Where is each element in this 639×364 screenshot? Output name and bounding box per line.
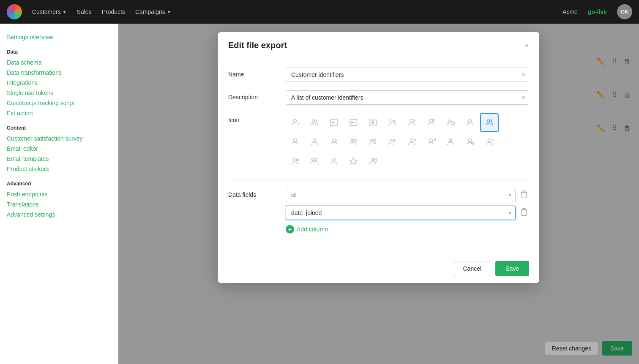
icon-cell-5[interactable] — [383, 113, 401, 132]
icon-cell-1[interactable] — [305, 113, 324, 132]
svg-point-26 — [371, 139, 373, 142]
sidebar-item-ext-action[interactable]: Ext action — [7, 108, 111, 118]
field1-clear-button[interactable]: × — [505, 190, 515, 200]
icon-cell-12[interactable] — [305, 133, 324, 151]
icon-cell-19[interactable] — [441, 133, 460, 151]
icon-cell-18[interactable]: ? — [422, 133, 440, 151]
nav-products[interactable]: Products — [102, 8, 125, 15]
sidebar-item-integrations[interactable]: Integrations — [7, 78, 111, 88]
data-field-row-2: × — [286, 206, 529, 220]
icon-cell-22[interactable] — [286, 152, 304, 171]
icon-cell-13[interactable] — [325, 133, 343, 151]
name-label: Name — [228, 68, 279, 78]
modal-close-button[interactable]: × — [524, 42, 529, 49]
icon-cell-8[interactable] — [441, 113, 460, 132]
nav-campaigns[interactable]: Campaigns ▼ — [135, 8, 171, 15]
main-content: ✏️ ⠿ 🗑 ✏️ ⠿ 🗑 ✏️ ⠿ 🗑 Reset changes — [118, 24, 639, 364]
svg-point-38 — [468, 139, 471, 142]
user-avatar[interactable]: CK — [617, 4, 632, 19]
name-form-row: Name × — [228, 68, 529, 82]
sidebar-item-email-templates[interactable]: Email templates — [7, 154, 111, 164]
sidebar-item-data-transformations[interactable]: Data transformations — [7, 68, 111, 78]
svg-point-8 — [371, 120, 374, 123]
sidebar-item-data-schema[interactable]: Data schema — [7, 57, 111, 68]
description-input[interactable] — [286, 91, 519, 104]
svg-point-10 — [393, 120, 396, 123]
description-clear-button[interactable]: × — [519, 92, 529, 103]
customers-chevron-icon: ▼ — [63, 10, 67, 14]
icon-cell-15[interactable] — [363, 133, 382, 151]
add-column-button[interactable]: + Add column — [286, 223, 328, 235]
description-form-row: Description × — [228, 90, 529, 105]
icon-cell-14[interactable] — [344, 133, 363, 151]
modal-header: Edit file export × — [218, 32, 539, 57]
acme-label: Acme — [563, 8, 578, 15]
icon-cell-6[interactable] — [402, 113, 421, 132]
name-clear-button[interactable]: × — [519, 70, 529, 80]
cancel-button[interactable]: Cancel — [454, 261, 490, 276]
icon-grid-wrap: ? — [286, 113, 529, 171]
field2-clear-button[interactable]: × — [505, 208, 515, 218]
icon-cell-25[interactable] — [344, 152, 363, 171]
sidebar-item-single-use-tokens[interactable]: Single use tokens — [7, 88, 111, 98]
icon-cell-16[interactable] — [383, 133, 401, 151]
app-logo — [7, 4, 22, 19]
icon-cell-0[interactable] — [286, 113, 304, 132]
icon-cell-11[interactable] — [286, 133, 304, 151]
icon-cell-24[interactable] — [325, 152, 343, 171]
modal-footer: Cancel Save — [218, 254, 539, 283]
sidebar-item-settings-overview[interactable]: Settings overview — [7, 32, 111, 42]
sidebar-item-advanced-settings[interactable]: Advanced settings — [7, 209, 111, 220]
field1-input[interactable] — [286, 188, 505, 202]
modal-title: Edit file export — [228, 41, 287, 50]
campaigns-chevron-icon: ▼ — [167, 10, 171, 14]
sidebar-item-product-stickers[interactable]: Product stickers — [7, 164, 111, 174]
golive-button[interactable]: go-live — [588, 8, 607, 15]
field2-input[interactable] — [286, 206, 505, 220]
svg-point-28 — [390, 139, 393, 142]
svg-point-4 — [332, 121, 333, 122]
icon-cell-20[interactable] — [461, 133, 479, 151]
nav-sales[interactable]: Sales — [77, 8, 92, 15]
sidebar-item-customer-satisfaction[interactable]: Customer satisfaction survey — [7, 133, 111, 144]
svg-rect-49 — [523, 191, 525, 192]
svg-point-6 — [351, 121, 353, 122]
sidebar-item-translations[interactable]: Translations — [7, 199, 111, 209]
svg-rect-15 — [451, 122, 454, 125]
field1-delete-button[interactable] — [519, 189, 529, 201]
svg-point-1 — [312, 120, 315, 122]
icon-cell-17[interactable] — [402, 133, 421, 151]
sidebar-item-email-editor[interactable]: Email editor — [7, 144, 111, 154]
svg-rect-50 — [523, 209, 525, 210]
icon-cell-21[interactable] — [480, 133, 499, 151]
icon-form-row: Icon — [228, 113, 529, 171]
icon-cell-3[interactable] — [344, 113, 363, 132]
name-input-wrap: × — [286, 68, 529, 82]
icon-cell-4[interactable] — [363, 113, 382, 132]
field2-delete-button[interactable] — [519, 206, 529, 219]
data-field-row-1: × — [286, 188, 529, 202]
edit-file-export-modal: Edit file export × Name × — [218, 32, 539, 283]
icon-cell-10[interactable] — [480, 113, 499, 132]
svg-point-23 — [332, 139, 335, 142]
icon-cell-2[interactable] — [325, 113, 343, 132]
svg-line-40 — [474, 144, 474, 144]
description-field-wrap: × — [286, 90, 529, 105]
icon-cell-7[interactable] — [422, 113, 440, 132]
icon-cell-23[interactable] — [305, 152, 324, 171]
data-fields-form-row: Data fields × — [228, 188, 529, 235]
icon-grid: ? — [286, 113, 529, 171]
nav-customers[interactable]: Customers ▼ — [32, 8, 67, 15]
sidebar-section-content: Content — [7, 125, 111, 131]
name-field-wrap: × — [286, 68, 529, 82]
sidebar-item-custobar-tracking[interactable]: Custobar.js tracking script — [7, 98, 111, 108]
icon-cell-26[interactable] — [363, 152, 382, 171]
svg-point-2 — [314, 120, 317, 122]
icon-label: Icon — [228, 113, 279, 123]
add-column-label: Add column — [297, 226, 328, 233]
name-input[interactable] — [286, 68, 519, 81]
icon-cell-9[interactable] — [461, 113, 479, 132]
sidebar-item-push-endpoints[interactable]: Push endpoints — [7, 189, 111, 199]
svg-rect-5 — [350, 120, 357, 126]
save-button[interactable]: Save — [495, 261, 529, 276]
